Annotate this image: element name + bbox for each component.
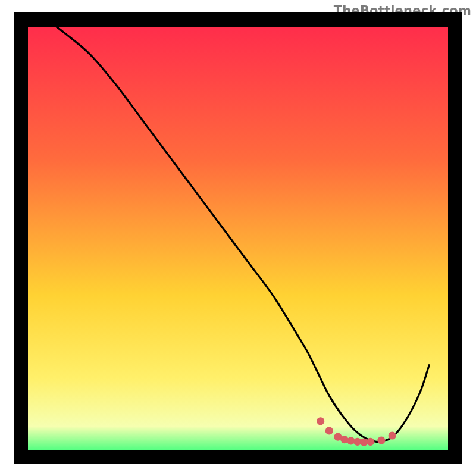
svg-point-3 (340, 436, 348, 443)
chart-svg (0, 0, 476, 476)
svg-point-1 (325, 427, 333, 434)
svg-point-8 (377, 436, 385, 444)
svg-point-7 (367, 438, 374, 446)
svg-point-0 (317, 417, 324, 425)
chart-stage: TheBottleneck.com (0, 0, 476, 476)
svg-point-9 (389, 431, 396, 439)
gradient-plot-area (21, 20, 455, 457)
